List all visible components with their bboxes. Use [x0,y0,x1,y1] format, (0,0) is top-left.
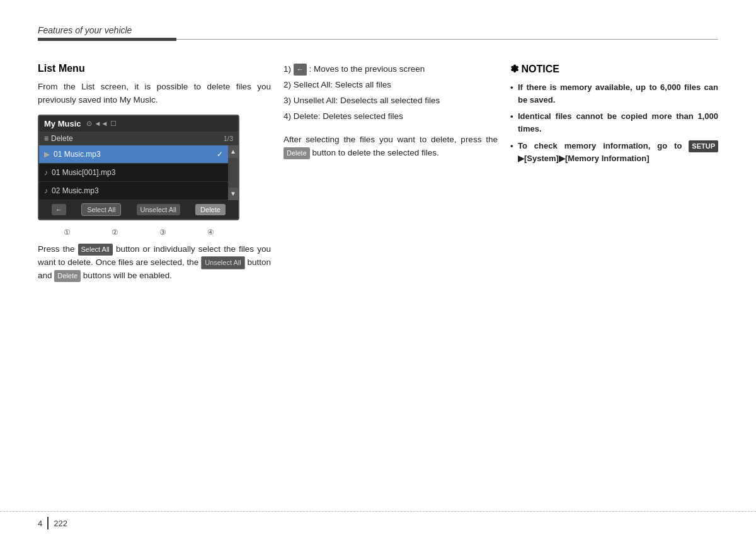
notice-item-2: Identical files cannot be copied more th… [510,110,718,135]
left-column: List Menu From the List screen, it is po… [38,63,284,492]
file-name-1: 01 Music.mp3 [54,150,101,159]
label-4: ④ [207,228,214,237]
ui-list-area: ▶ 01 Music.mp3 ✓ ♪ 01 Music[001].mp3 [39,145,238,200]
page-num-text: 222 [54,519,67,528]
right-column: ✽ NOTICE If there is memory available, u… [510,63,718,492]
notice-item-1: If there is memory available, up to 6,00… [510,81,718,106]
select-all-button[interactable]: Select All [81,203,121,216]
music-icon-2: ♪ [44,186,48,195]
label-3: ③ [159,228,166,237]
play-icon: ▶ [44,150,50,159]
back-button[interactable]: ← [52,204,66,215]
intro-text: From the List screen, it is possible to … [38,81,271,107]
header-title: Features of your vehicle [38,25,718,35]
scroll-up-btn[interactable]: ▲ [228,145,238,158]
below-text-4: buttons will be enabled. [83,271,172,280]
section-title: List Menu [38,63,271,74]
back-icon-inline: ← [294,64,307,76]
ui-page-num: 1/3 [224,135,233,142]
list-icon: ≡ [44,134,49,143]
notice-title: ✽ NOTICE [510,63,718,75]
delete-button[interactable]: Delete [195,204,226,215]
section-number: 4 [38,519,42,528]
check-icon: ✓ [217,150,223,159]
unselect-all-button[interactable]: Unselect All [137,204,180,215]
file-name-3: 02 Music.mp3 [52,186,99,195]
list-item: ♪ 01 Music[001].mp3 [39,164,228,182]
list-item-4: 4) Delete: Deletes selected files [284,110,498,123]
select-all-inline-btn: Select All [78,244,113,256]
page-header: Features of your vehicle [38,25,718,41]
ui-mockup-header: My Music ⊙ ◄◄ ☐ [39,116,238,132]
ui-subheader: ≡ Delete 1/3 [39,132,238,145]
settings-icon: ⊙ [86,120,92,128]
unselect-all-inline-btn: Unselect All [201,256,244,269]
ui-mockup: My Music ⊙ ◄◄ ☐ ≡ Delete 1/3 [38,115,239,220]
page-divider [47,517,49,529]
audio-icon: ◄◄ [94,120,108,127]
ui-scrollbar: ▲ ▼ [228,145,238,200]
ui-footer: ← Select All Unselect All Delete [39,200,238,219]
ui-file-list: ▶ 01 Music.mp3 ✓ ♪ 01 Music[001].mp3 [39,145,228,200]
ui-mockup-title: My Music [44,119,81,128]
mid-para: After selecting the files you want to de… [284,133,498,160]
list-item-1: 1) ← : Moves to the previous screen [284,63,498,76]
delete-inline-btn: Delete [54,270,81,282]
ui-header-icons: ⊙ ◄◄ ☐ [86,120,117,128]
delete-btn-inline: Delete [284,147,310,159]
notice-item-3: To check memory information, go to SETUP… [510,140,718,165]
file-name-2: 01 Music[001].mp3 [52,168,115,177]
list-item-3: 3) Unsellet All: Deselects all selected … [284,94,498,108]
setup-btn-inline: SETUP [689,140,718,152]
page-number: 4 222 [38,517,67,529]
header-divider [38,38,718,41]
ui-labels: ① ② ③ ④ [38,228,239,237]
page-footer: 4 222 [0,511,756,529]
scroll-down-btn[interactable]: ▼ [228,188,238,200]
scroll-track [228,158,238,188]
list-item-2: 2) Sellect All: Selects all files [284,79,498,92]
label-1: ① [64,228,71,237]
list-item: ♪ 02 Music.mp3 [39,182,228,200]
main-content: List Menu From the List screen, it is po… [38,63,718,492]
ui-delete-label: ≡ Delete [44,134,73,143]
below-text-1: Press the [38,244,74,254]
music-icon: ♪ [44,168,48,177]
source-icon: ☐ [110,120,117,128]
list-item: ▶ 01 Music.mp3 ✓ [39,145,228,164]
mid-column: 1) ← : Moves to the previous screen 2) S… [284,63,510,492]
notice-list: If there is memory available, up to 6,00… [510,81,718,165]
label-2: ② [112,228,118,237]
ui-header-left: My Music ⊙ ◄◄ ☐ [44,119,117,128]
numbered-list: 1) ← : Moves to the previous screen 2) S… [284,63,498,123]
below-mockup-text: Press the Select All button or individua… [38,243,271,283]
